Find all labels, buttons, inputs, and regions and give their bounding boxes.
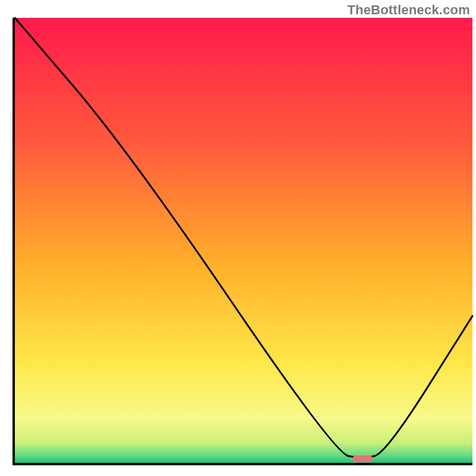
optimum-marker (352, 456, 372, 462)
plot-background (15, 18, 472, 463)
watermark-text: TheBottleneck.com (347, 2, 470, 18)
bottleneck-chart (0, 0, 476, 476)
